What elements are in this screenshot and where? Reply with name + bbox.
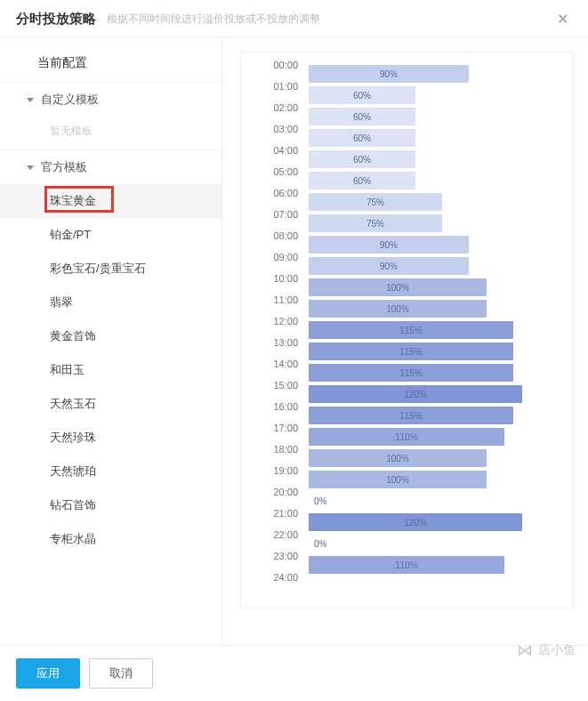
cancel-button[interactable]: 取消 (89, 658, 153, 689)
time-label: 15:00 (252, 380, 298, 391)
bar-wrap: 60% (309, 150, 555, 168)
sidebar-item[interactable]: 翡翠 (0, 286, 222, 319)
bar-wrap: 120% (309, 513, 555, 531)
schedule-bar[interactable]: 110% (309, 428, 504, 446)
bar-wrap: 110% (309, 556, 555, 574)
main-panel: 00:0090%01:0060%02:0060%03:0060%04:0060%… (222, 37, 588, 645)
sidebar-group-label: 官方模板 (41, 159, 87, 175)
time-label: 05:00 (252, 166, 298, 177)
schedule-bar[interactable]: 0% (309, 535, 332, 552)
dialog-subtitle: 根据不同时间段进行溢价投放或不投放的调整 (107, 12, 553, 27)
schedule-bar[interactable]: 100% (309, 300, 487, 318)
dialog-header: 分时投放策略 根据不同时间段进行溢价投放或不投放的调整 ✕ (0, 0, 588, 37)
schedule-bar[interactable]: 90% (309, 236, 469, 254)
time-label: 02:00 (252, 102, 298, 113)
sidebar-group-head[interactable]: 官方模板 (0, 149, 222, 184)
time-label: 19:00 (252, 465, 298, 476)
time-label: 06:00 (252, 188, 298, 198)
schedule-bar[interactable]: 120% (309, 385, 522, 403)
sidebar-item[interactable]: 彩色宝石/贵重宝石 (0, 252, 222, 286)
time-label: 18:00 (252, 444, 298, 455)
time-label: 16:00 (252, 401, 298, 412)
time-label: 09:00 (252, 252, 298, 262)
time-label: 24:00 (252, 572, 298, 583)
bar-wrap: 60% (309, 172, 555, 189)
bar-wrap: 115% (309, 321, 555, 339)
sidebar-item[interactable]: 天然珍珠 (0, 421, 222, 455)
time-label: 13:00 (252, 337, 298, 348)
time-row[interactable]: 24:00 (252, 576, 555, 597)
schedule-bar[interactable]: 75% (309, 214, 442, 232)
bar-wrap: 115% (309, 364, 555, 382)
caret-down-icon (27, 165, 34, 170)
schedule-bar[interactable]: 110% (309, 556, 504, 574)
sidebar-item[interactable]: 天然琥珀 (0, 455, 222, 488)
schedule-bar[interactable]: 115% (309, 342, 513, 360)
time-label: 22:00 (252, 529, 298, 540)
schedule-bar[interactable]: 100% (309, 471, 487, 488)
sidebar-current-config[interactable]: 当前配置 (0, 46, 222, 82)
bar-wrap: 100% (309, 278, 555, 296)
bar-wrap: 90% (309, 257, 555, 275)
schedule-bar[interactable]: 100% (309, 449, 487, 467)
time-label: 10:00 (252, 273, 298, 284)
schedule-bar[interactable]: 60% (309, 150, 415, 168)
dialog-title: 分时投放策略 (16, 11, 96, 28)
sidebar-item[interactable]: 和田玉 (0, 353, 222, 387)
time-label: 11:00 (252, 294, 298, 305)
time-label: 08:00 (252, 230, 298, 241)
schedule-bar[interactable]: 115% (309, 407, 513, 424)
bar-wrap: 75% (309, 214, 555, 232)
bar-wrap: 90% (309, 65, 555, 83)
bar-wrap: 90% (309, 236, 555, 254)
time-label: 23:00 (252, 551, 298, 561)
bar-wrap: 60% (309, 129, 555, 147)
bar-wrap: 100% (309, 449, 555, 467)
time-label: 07:00 (252, 209, 298, 220)
time-label: 04:00 (252, 145, 298, 156)
schedule-bar[interactable]: 90% (309, 65, 469, 83)
bar-wrap: 120% (309, 385, 555, 403)
close-icon[interactable]: ✕ (553, 11, 572, 28)
schedule-bar[interactable]: 60% (309, 86, 415, 104)
schedule-bar[interactable]: 0% (309, 492, 332, 510)
bar-wrap: 100% (309, 300, 555, 318)
sidebar-item[interactable]: 珠宝黄金 (0, 184, 222, 218)
time-label: 12:00 (252, 316, 298, 326)
time-label: 01:00 (252, 81, 298, 92)
time-label: 20:00 (252, 487, 298, 497)
sidebar-group-label: 自定义模板 (41, 92, 99, 108)
dialog-footer: 应用 取消 (0, 645, 588, 701)
schedule-bar[interactable]: 60% (309, 172, 415, 189)
bar-wrap: 75% (309, 193, 555, 211)
apply-button[interactable]: 应用 (16, 658, 80, 689)
schedule-bar[interactable]: 115% (309, 321, 513, 339)
sidebar-group-empty: 暂无模板 (0, 117, 222, 149)
schedule-bar[interactable]: 75% (309, 193, 442, 211)
sidebar: 当前配置 自定义模板暂无模板官方模板珠宝黄金铂金/PT彩色宝石/贵重宝石翡翠黄金… (0, 37, 222, 645)
bar-wrap: 115% (309, 342, 555, 360)
bar-wrap: 100% (309, 471, 555, 488)
sidebar-group-head[interactable]: 自定义模板 (0, 82, 222, 117)
bar-wrap: 115% (309, 407, 555, 424)
bar-wrap: 110% (309, 428, 555, 446)
selection-highlight (44, 186, 114, 213)
schedule-bar[interactable]: 60% (309, 129, 415, 147)
bar-wrap: 60% (309, 86, 555, 104)
sidebar-item[interactable]: 钻石首饰 (0, 488, 222, 522)
time-label: 00:00 (252, 60, 298, 70)
sidebar-item[interactable]: 天然玉石 (0, 387, 222, 421)
sidebar-item[interactable]: 专柜水晶 (0, 522, 222, 556)
bar-wrap: 60% (309, 108, 555, 125)
sidebar-item[interactable]: 黄金首饰 (0, 319, 222, 353)
schedule-bar[interactable]: 100% (309, 278, 487, 296)
sidebar-item[interactable]: 铂金/PT (0, 218, 222, 252)
caret-down-icon (27, 98, 34, 102)
schedule-bar[interactable]: 90% (309, 257, 469, 275)
schedule-bar[interactable]: 120% (309, 513, 522, 531)
bar-wrap: 0% (309, 492, 555, 510)
time-label: 03:00 (252, 124, 298, 134)
bar-wrap (309, 577, 555, 595)
schedule-bar[interactable]: 115% (309, 364, 513, 382)
schedule-bar[interactable]: 60% (309, 108, 415, 125)
